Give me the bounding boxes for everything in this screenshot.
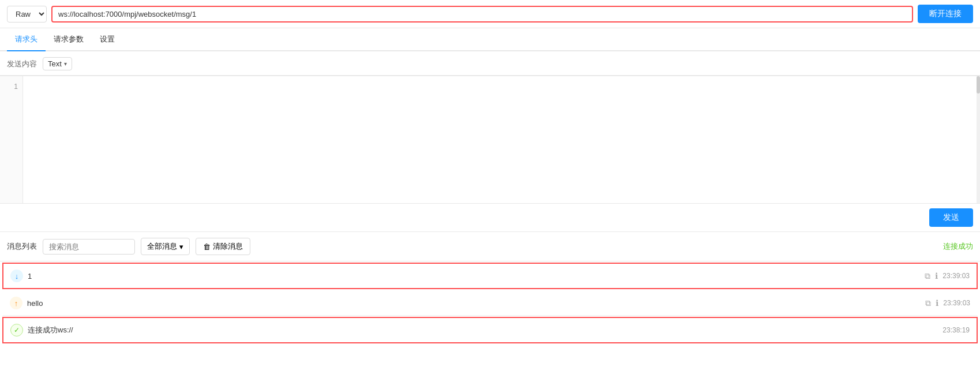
clear-label: 清除消息: [213, 241, 243, 252]
search-input[interactable]: [43, 239, 135, 255]
tab-settings[interactable]: 设置: [92, 28, 123, 51]
format-selector[interactable]: Raw: [7, 6, 47, 23]
tabs-row: 请求头 请求参数 设置: [0, 28, 980, 51]
message-row: ↓ 1 ⧉ ℹ 23:39:03: [2, 263, 978, 289]
code-editor[interactable]: [23, 76, 980, 203]
message-time: 23:39:03: [943, 299, 970, 307]
send-button[interactable]: 发送: [929, 208, 973, 227]
tab-request-params[interactable]: 请求参数: [46, 28, 92, 51]
chevron-down-icon: ▾: [179, 242, 183, 251]
disconnect-button[interactable]: 断开连接: [918, 5, 973, 23]
editor-scrollbar[interactable]: [977, 76, 980, 203]
connected-icon: ✓: [10, 324, 23, 336]
url-input-wrapper: [51, 6, 913, 23]
messages-container: ↓ 1 ⧉ ℹ 23:39:03 ↑ hello ⧉ ℹ 23:39:03 ✓ …: [0, 263, 980, 343]
incoming-icon: ↓: [10, 270, 23, 282]
clear-icon: 🗑: [203, 242, 211, 251]
message-text: 1: [28, 272, 920, 280]
line-numbers: 1: [0, 76, 23, 203]
text-type-label: Text: [48, 59, 62, 68]
all-messages-button[interactable]: 全部消息 ▾: [141, 238, 190, 255]
info-icon[interactable]: ℹ: [936, 298, 938, 308]
info-icon[interactable]: ℹ: [935, 271, 938, 280]
message-time: 23:38:19: [943, 326, 970, 334]
line-number-1: 1: [0, 81, 18, 94]
editor-area: 1: [0, 76, 980, 204]
copy-icon[interactable]: ⧉: [925, 298, 931, 308]
text-type-dropdown[interactable]: Text ▾: [43, 57, 72, 70]
message-row: ✓ 连接成功ws:// 23:38:19: [2, 317, 978, 343]
connection-status: 连接成功: [943, 241, 973, 252]
all-messages-label: 全部消息: [147, 241, 177, 252]
message-actions: ⧉ ℹ 23:39:03: [925, 271, 970, 281]
tab-request-headers[interactable]: 请求头: [7, 28, 46, 51]
message-time: 23:39:03: [943, 272, 970, 280]
send-btn-row: 发送: [0, 204, 980, 232]
message-text: 连接成功ws://: [28, 325, 938, 335]
clear-messages-button[interactable]: 🗑 清除消息: [196, 238, 250, 255]
top-bar: Raw 断开连接: [0, 0, 980, 28]
send-content-label: 发送内容: [7, 59, 37, 69]
message-actions: 23:38:19: [943, 326, 970, 334]
editor-scrollbar-thumb: [977, 76, 980, 94]
message-row: ↑ hello ⧉ ℹ 23:39:03: [2, 290, 978, 316]
message-list-header: 消息列表 全部消息 ▾ 🗑 清除消息 连接成功: [0, 232, 980, 261]
message-list-label: 消息列表: [7, 241, 37, 252]
url-input[interactable]: [58, 10, 906, 18]
outgoing-icon: ↑: [10, 297, 22, 309]
chevron-down-icon: ▾: [64, 61, 67, 67]
send-section: 发送内容 Text ▾: [0, 51, 980, 76]
copy-icon[interactable]: ⧉: [925, 271, 930, 281]
message-actions: ⧉ ℹ 23:39:03: [925, 298, 970, 308]
message-text: hello: [27, 299, 921, 308]
